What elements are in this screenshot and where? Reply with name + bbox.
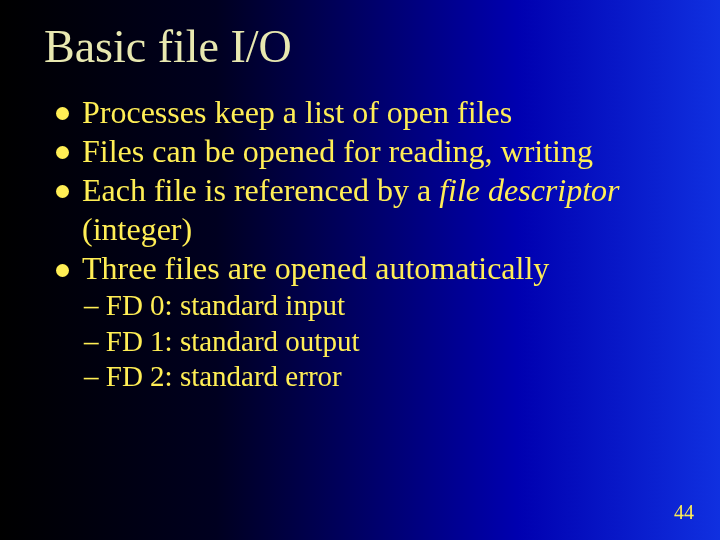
slide-title: Basic file I/O <box>0 0 720 73</box>
sub-item: – FD 1: standard output <box>56 324 680 359</box>
page-number: 44 <box>674 501 694 524</box>
slide-body: Processes keep a list of open files File… <box>0 73 720 394</box>
bullet-text: Each file is referenced by a <box>82 172 439 208</box>
sub-item: – FD 0: standard input <box>56 288 680 323</box>
bullet-text: Three files are opened automatically <box>82 250 549 286</box>
bullet-em: file descriptor <box>439 172 619 208</box>
bullet-item: Files can be opened for reading, writing <box>56 132 680 171</box>
bullet-item: Three files are opened automatically <box>56 249 680 288</box>
bullet-text: (integer) <box>82 211 192 247</box>
sub-item: – FD 2: standard error <box>56 359 680 394</box>
bullet-text: Processes keep a list of open files <box>82 94 512 130</box>
bullet-item: Processes keep a list of open files <box>56 93 680 132</box>
bullet-item: Each file is referenced by a file descri… <box>56 171 680 249</box>
slide: Basic file I/O Processes keep a list of … <box>0 0 720 540</box>
bullet-text: Files can be opened for reading, writing <box>82 133 593 169</box>
